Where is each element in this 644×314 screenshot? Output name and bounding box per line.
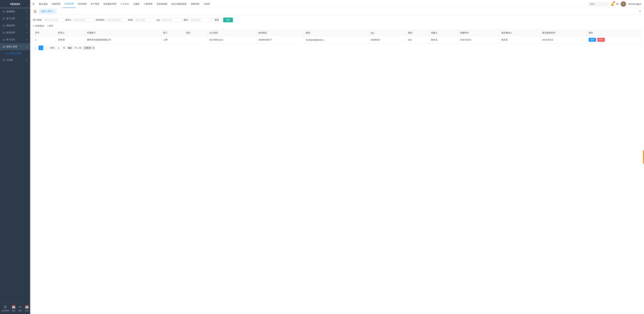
cell-department: 人事 (161, 36, 184, 43)
nav-erp[interactable]: ERP管理 (76, 0, 89, 8)
menu-toggle[interactable]: ☰ (30, 2, 37, 5)
prev-page-button[interactable]: ‹ (33, 45, 38, 50)
reset-button[interactable]: 重置 (212, 17, 222, 22)
refresh-button[interactable]: ↻ 刷新数据 (33, 24, 44, 27)
customer-name-label: 客户名称 (33, 18, 42, 21)
user-avatar[interactable]: 头 (621, 1, 626, 7)
tab-close-icon[interactable]: ✕ (53, 10, 54, 12)
filter-toolbar: 客户名称 联系人 移动电话 邮箱 QQ (33, 17, 641, 22)
sidebar-bottom-forum[interactable]: 📅 论坛 (25, 305, 29, 312)
cell-office-phone: 010-86551122 (207, 36, 256, 43)
nav-production[interactable]: 生产管理 (88, 0, 101, 8)
action-bar: ↻ 刷新数据 + 新增 (33, 24, 641, 27)
order-icon: ⚖ (3, 31, 5, 34)
nav-aftersale[interactable]: 售后服务管理 (101, 0, 118, 8)
total-text: 共 1 条 (75, 46, 81, 49)
cell-last-modifier: 陈冬瓜 (499, 36, 540, 43)
qq-input[interactable] (160, 18, 182, 22)
cell-index: 1 (33, 36, 56, 43)
cell-customer: 柳州市全钱科技有限公司 (85, 36, 161, 43)
col-mobile: 移动电话 (256, 30, 304, 36)
sidebar-item-customer[interactable]: ⚖ 客户关系 ▼ (0, 15, 30, 22)
notification-icon[interactable]: 🔔 (610, 2, 614, 6)
user-name[interactable]: chendonggua (628, 3, 641, 5)
wechat-input[interactable] (189, 18, 210, 22)
search-button[interactable]: 搜索 (223, 17, 233, 22)
sidebar-item-contact[interactable]: ⚖ 联系人管理 ▲ (0, 43, 30, 50)
goto-label: 到第 (50, 46, 54, 49)
cell-mobile: 18056035077 (256, 36, 304, 43)
page-unit: 页 (63, 46, 65, 49)
base-arrow-icon: ▼ (26, 11, 28, 12)
add-button[interactable]: + 新增 (47, 24, 53, 27)
notes-icon: ✏ (19, 305, 22, 309)
sidebar-item-order[interactable]: ⚖ 跟单管理 ▼ (0, 29, 30, 36)
goto-page-input[interactable] (55, 46, 62, 50)
col-action: 操作 (587, 30, 641, 36)
file-icon: ☰ (4, 305, 6, 309)
sidebar: ⚖ 基础数据 ▼ ⚖ 客户关系 ▼ ⚖ 商机管理 ▼ ⚖ 跟单管理 ▼ (0, 8, 30, 314)
delete-button[interactable]: 删除 (598, 38, 605, 42)
message-icon[interactable]: ✉ (616, 2, 619, 6)
sidebar-bottom: ☰ 文件管理 📅 日程 ✏ 笔记 📅 论坛 (0, 303, 30, 314)
table-row: 1 薛经理 柳州市全钱科技有限公司 人事 010-86551122 180560… (33, 36, 641, 43)
col-create-time: 创建时间 (458, 30, 499, 36)
sidebar-sub-contact-manage[interactable]: ⚖ 联系人管理 (0, 50, 30, 57)
email-input[interactable] (133, 18, 155, 22)
col-department: 部门 (161, 30, 184, 36)
contact-manage-tab[interactable]: 联系人管理 ✕ (39, 9, 56, 14)
nav-default[interactable]: 默认桌面 (37, 0, 50, 8)
nav-right: 🔔 ✉ 头 chendonggua (586, 1, 644, 7)
page-size-select[interactable]: 15条/页 (82, 46, 95, 50)
app-logo: skyeye (0, 0, 30, 8)
nav-developer[interactable]: 开发者桌面 (154, 0, 170, 8)
sidebar-item-contract[interactable]: ⚖ 客户合同 ▼ (0, 36, 30, 43)
current-page-button[interactable]: 1 (38, 45, 43, 50)
col-customer: 所属客户 (85, 30, 161, 36)
goto-confirm-button[interactable]: 确定 (66, 46, 74, 50)
business-icon: ⚖ (3, 24, 5, 27)
nav-monitor[interactable]: 监控与报表系统 (170, 0, 189, 8)
contact-input[interactable] (72, 18, 94, 22)
customer-arrow-icon: ▼ (26, 18, 28, 19)
mobile-input[interactable] (105, 18, 127, 22)
page-content: 客户名称 联系人 移动电话 邮箱 QQ (30, 15, 644, 314)
business-arrow-icon: ▼ (26, 25, 28, 27)
cell-email: huangzq@gzaoji.c... (304, 36, 368, 43)
wechat-label: 微信 (184, 18, 188, 21)
refresh-icon: ↻ (33, 25, 35, 27)
nav-cloud[interactable]: 云服务 (131, 0, 142, 8)
discuss-icon: ⚖ (3, 59, 5, 61)
contact-group: 联系人 (66, 18, 94, 22)
col-email: 邮箱 (304, 30, 368, 36)
col-last-modify-time: 最后修改时间 (540, 30, 587, 36)
nav-workflow[interactable]: 流程管理 (189, 0, 202, 8)
home-icon[interactable]: 🏠 (32, 10, 39, 13)
mobile-group: 移动电话 (96, 18, 127, 22)
nav-personal[interactable]: 个人中心 (118, 0, 131, 8)
nav-crm[interactable]: CRM管理 (62, 0, 76, 8)
next-page-button[interactable]: › (44, 45, 49, 50)
nav-miniapp[interactable]: 小程序 (202, 0, 212, 8)
nav-hr[interactable]: 人事管理 (142, 0, 154, 8)
sidebar-bottom-file[interactable]: ☰ 文件管理 (2, 305, 9, 312)
table-header-row: 序号 联系人 所属客户 部门 职位 办公电话 移动电话 邮箱 QQ 微信 创建人… (33, 30, 641, 36)
sidebar-bottom-calendar[interactable]: 📅 日程 (12, 305, 16, 312)
sidebar-item-discuss[interactable]: ⚖ 讨论板 ▼ (0, 57, 30, 64)
contact-icon: ⚖ (3, 45, 5, 48)
content-area: 🏠 联系人管理 ✕ ▼ 客户名称 联系人 移动电话 (30, 8, 644, 314)
sidebar-item-base[interactable]: ⚖ 基础数据 ▼ (0, 8, 30, 15)
tab-expand-icon[interactable]: ▼ (637, 10, 643, 13)
qq-label: QQ (156, 19, 160, 21)
global-search-input[interactable] (588, 2, 608, 6)
notification-badge (614, 1, 615, 3)
col-office-phone: 办公电话 (207, 30, 256, 36)
cell-contact: 薛经理 (56, 36, 85, 43)
cell-create-time: 2020-08-02 (458, 36, 499, 43)
sidebar-item-business[interactable]: ⚖ 商机管理 ▼ (0, 22, 30, 29)
customer-name-input[interactable] (42, 18, 64, 22)
edit-button[interactable]: 编辑 (589, 38, 596, 42)
sidebar-bottom-notes[interactable]: ✏ 笔记 (18, 305, 22, 312)
col-index: 序号 (33, 30, 56, 36)
nav-school[interactable]: 学校管理 (50, 0, 62, 8)
